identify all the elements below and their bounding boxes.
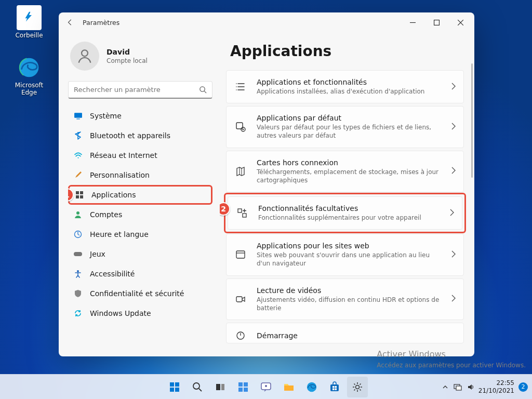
sidebar-item-label: Comptes bbox=[90, 210, 122, 219]
store-button[interactable] bbox=[324, 377, 345, 397]
card-optional-features[interactable]: Fonctionnalités facultatives Fonctionnal… bbox=[228, 196, 462, 230]
svg-point-34 bbox=[265, 385, 267, 387]
sidebar-item-gaming[interactable]: Jeux bbox=[68, 244, 212, 264]
svg-rect-39 bbox=[335, 386, 337, 388]
network-icon bbox=[454, 383, 462, 391]
svg-rect-2 bbox=[434, 20, 439, 25]
desktop-icon-recycle-bin[interactable]: Corbeille bbox=[9, 5, 49, 39]
sidebar-item-network[interactable]: Réseau et Internet bbox=[68, 145, 212, 165]
titlebar: Paramètres bbox=[59, 12, 474, 32]
maximize-icon bbox=[434, 20, 440, 25]
taskbar: 22:55 21/10/2021 2 bbox=[0, 374, 532, 399]
explorer-button[interactable] bbox=[278, 377, 299, 397]
sidebar-item-windows-update[interactable]: Windows Update bbox=[68, 303, 212, 323]
svg-point-4 bbox=[200, 87, 205, 91]
chevron-right-icon bbox=[451, 122, 456, 132]
sidebar-item-bluetooth[interactable]: Bluetooth et appareils bbox=[68, 126, 212, 145]
search-box[interactable] bbox=[68, 81, 212, 99]
svg-rect-19 bbox=[236, 251, 245, 258]
card-default-apps[interactable]: Applications par défaut Valeurs par défa… bbox=[226, 106, 464, 148]
edge-icon bbox=[306, 381, 317, 393]
gamepad-icon bbox=[73, 249, 83, 259]
profile-block[interactable]: David Compte local bbox=[68, 36, 212, 79]
store-icon bbox=[329, 381, 340, 393]
card-startup[interactable]: Démarrage bbox=[226, 323, 464, 343]
taskbar-date: 21/10/2021 bbox=[478, 387, 514, 394]
folder-icon bbox=[283, 381, 295, 393]
settings-taskbar-button[interactable] bbox=[347, 377, 368, 397]
sidebar-item-system[interactable]: Système bbox=[68, 106, 212, 126]
page-title: Applications bbox=[230, 43, 464, 60]
desktop-icon-label: Corbeille bbox=[9, 32, 49, 39]
bluetooth-icon bbox=[73, 131, 83, 140]
avatar bbox=[70, 42, 99, 71]
svg-rect-10 bbox=[80, 195, 83, 198]
minimize-button[interactable] bbox=[401, 14, 424, 31]
system-tray[interactable] bbox=[442, 383, 474, 391]
default-apps-icon bbox=[234, 122, 247, 132]
list-icon bbox=[234, 82, 247, 92]
chevron-right-icon bbox=[451, 250, 456, 260]
svg-rect-27 bbox=[216, 384, 220, 390]
widgets-button[interactable] bbox=[233, 377, 254, 397]
svg-rect-8 bbox=[80, 191, 83, 194]
search-input[interactable] bbox=[74, 86, 199, 94]
svg-rect-25 bbox=[175, 388, 179, 392]
wifi-icon bbox=[73, 151, 83, 160]
back-button[interactable] bbox=[61, 13, 79, 32]
chat-icon bbox=[260, 381, 272, 393]
search-icon bbox=[192, 382, 203, 392]
sidebar-item-privacy[interactable]: Confidentialité et sécurité bbox=[68, 284, 212, 303]
svg-rect-6 bbox=[76, 118, 79, 119]
taskbar-clock[interactable]: 22:55 21/10/2021 bbox=[478, 379, 514, 394]
sidebar-item-label: Applications bbox=[91, 191, 136, 199]
chat-button[interactable] bbox=[256, 377, 276, 397]
nav-list: Système Bluetooth et appareils Réseau et… bbox=[68, 106, 212, 356]
gear-icon bbox=[352, 381, 363, 393]
recycle-bin-icon bbox=[17, 5, 42, 30]
task-view-button[interactable] bbox=[210, 377, 231, 397]
settings-window: Paramètres David Compte local bbox=[59, 12, 474, 356]
sidebar-item-personalization[interactable]: Personnalisation bbox=[68, 165, 212, 185]
profile-subtitle: Compte local bbox=[107, 57, 148, 64]
card-offline-maps[interactable]: Cartes hors connexion Téléchargements, e… bbox=[226, 151, 464, 192]
apps-icon bbox=[75, 190, 84, 200]
edge-taskbar-button[interactable] bbox=[301, 377, 322, 397]
notifications-badge[interactable]: 2 bbox=[518, 382, 528, 392]
svg-rect-41 bbox=[335, 388, 337, 390]
chevron-right-icon bbox=[451, 166, 456, 176]
window-title: Paramètres bbox=[83, 19, 119, 26]
card-subtitle: Sites web pouvant s'ouvrir dans une appl… bbox=[257, 251, 442, 268]
card-subtitle: Valeurs par défaut pour les types de fic… bbox=[257, 123, 442, 140]
website-icon bbox=[234, 249, 247, 260]
start-button[interactable] bbox=[164, 377, 185, 397]
svg-point-26 bbox=[193, 383, 200, 389]
taskbar-time: 22:55 bbox=[478, 379, 514, 387]
taskbar-right: 22:55 21/10/2021 2 bbox=[442, 379, 528, 394]
sidebar-item-accounts[interactable]: Comptes bbox=[68, 205, 212, 224]
chevron-right-icon bbox=[451, 294, 456, 304]
scrollbar[interactable] bbox=[471, 63, 473, 178]
arrow-left-icon bbox=[66, 19, 74, 26]
svg-rect-32 bbox=[244, 388, 248, 392]
sidebar-item-label: Bluetooth et appareils bbox=[90, 131, 170, 140]
volume-icon bbox=[467, 383, 474, 391]
sidebar-item-label: Heure et langue bbox=[90, 230, 149, 238]
card-apps-features[interactable]: Applications et fonctionnalités Applicat… bbox=[226, 70, 464, 103]
sidebar-item-time-language[interactable]: Heure et langue bbox=[68, 224, 212, 244]
close-button[interactable] bbox=[448, 14, 472, 31]
svg-point-3 bbox=[82, 50, 88, 56]
windows-icon bbox=[168, 381, 181, 393]
desktop-icon-edge[interactable]: Microsoft Edge bbox=[9, 55, 49, 96]
sidebar-item-apps[interactable]: Applications bbox=[68, 185, 212, 205]
svg-rect-35 bbox=[284, 385, 294, 391]
maximize-button[interactable] bbox=[424, 14, 448, 31]
sidebar-item-accessibility[interactable]: Accessibilité bbox=[68, 264, 212, 284]
svg-rect-7 bbox=[76, 191, 79, 194]
taskbar-search-button[interactable] bbox=[187, 377, 208, 397]
card-video-playback[interactable]: Lecture de vidéos Ajustements vidéo, dif… bbox=[226, 278, 464, 320]
card-subtitle: Téléchargements, emplacement de stockage… bbox=[257, 168, 442, 184]
desktop: Corbeille Microsoft Edge Paramètres bbox=[0, 0, 532, 399]
accessibility-icon bbox=[73, 269, 83, 278]
card-apps-for-websites[interactable]: Applications pour les sites web Sites we… bbox=[226, 234, 464, 275]
